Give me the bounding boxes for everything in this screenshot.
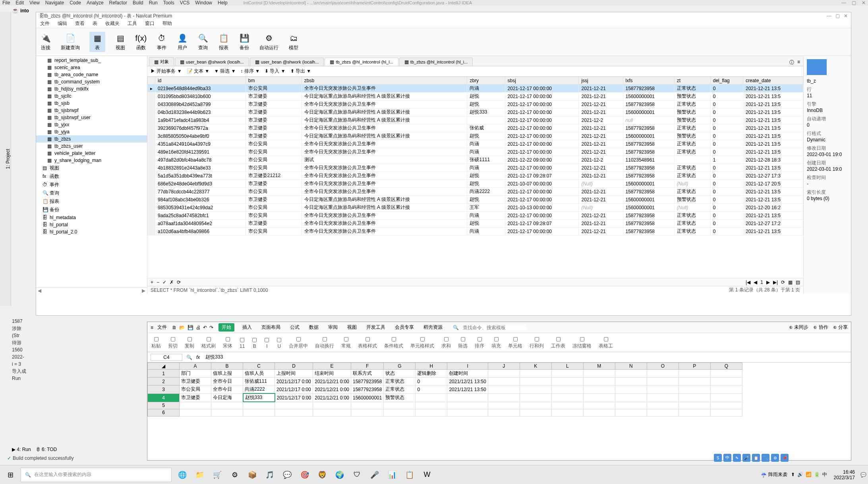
nav-menu-item[interactable]: 收藏夹	[105, 20, 120, 27]
excel-cell[interactable]: 正常状态	[384, 378, 416, 386]
tree-item-tb_command_system[interactable]: ▦tb_command_system	[36, 78, 147, 85]
excel-cell[interactable]	[313, 409, 351, 416]
excel-cell[interactable]: 2021/12/21 0:00	[313, 386, 351, 394]
tree-item-tb_sjsbrwpf_user[interactable]: ▦tb_sjsbrwpf_user	[36, 114, 147, 121]
excel-rownum[interactable]: 6	[148, 409, 180, 416]
table-cell[interactable]: 15600000001	[623, 132, 674, 140]
nav-page-btn[interactable]: ▦	[788, 280, 793, 285]
col-header-jssj[interactable]: jssj	[579, 77, 623, 85]
table-cell[interactable]: 尚涵	[467, 85, 505, 93]
table-cell[interactable]: 2021-12-21 13:5	[743, 188, 803, 196]
table-cell[interactable]: 2021-12-21	[579, 212, 623, 220]
excel-cell[interactable]: 全市今日	[211, 386, 243, 394]
excel-cell[interactable]: 2021/12/17 0:00	[275, 378, 313, 386]
excel-col-Q[interactable]: Q	[710, 363, 742, 370]
table-cell[interactable]: 预警状态	[674, 116, 710, 124]
ime-badge[interactable]: 中	[723, 454, 731, 462]
scroll-right-icon[interactable]: ▶	[142, 288, 145, 294]
table-cell[interactable]: 0	[710, 148, 743, 156]
nav-page-btn[interactable]: ▤	[796, 280, 800, 285]
table-cell[interactable]: 77db78cdccb44c228377	[155, 188, 246, 196]
ribbon-单元格样式[interactable]: ▢单元格样式	[410, 336, 434, 349]
taskbar-app[interactable]: 💬	[280, 468, 294, 482]
excel-cell[interactable]	[447, 409, 488, 416]
taskbar-app[interactable]: 🌐	[176, 468, 189, 482]
table-cell[interactable]: 2021-12-20 16:2	[743, 204, 803, 212]
ij-menu-build[interactable]: Build	[133, 0, 143, 6]
ribbon-U[interactable]: ▢U	[276, 336, 282, 349]
table-cell[interactable]: 2021-12-17 00:00:00	[505, 188, 579, 196]
excel-col-I[interactable]: I	[447, 363, 488, 370]
excel-cell[interactable]	[583, 386, 615, 394]
footer-btn[interactable]: ⟳	[177, 280, 181, 285]
nav-menu-item[interactable]: 表	[93, 20, 97, 27]
select-all-corner[interactable]: ◢	[148, 363, 180, 370]
excel-cell[interactable]: 尚涵2222	[243, 386, 275, 394]
excel-cell[interactable]: 市卫健委	[180, 393, 211, 402]
ij-menu-navigate[interactable]: Navigate	[45, 0, 64, 6]
table-cell[interactable]: 2021-12-21	[579, 100, 623, 108]
tree-item-查询[interactable]: 🔍查询	[36, 189, 147, 197]
ij-menu-window[interactable]: Window	[195, 0, 212, 6]
table-cell[interactable]: 赵悦333	[467, 108, 505, 116]
excel-cell[interactable]	[551, 393, 583, 402]
qa-btn[interactable]: 💾	[188, 325, 193, 330]
ribbontab-插入[interactable]: 插入	[241, 323, 253, 332]
excel-cell[interactable]	[211, 409, 243, 416]
table-cell[interactable]: 市卫健委	[246, 196, 302, 204]
table-cell[interactable]: 2021-12-17 20:5	[743, 180, 803, 188]
excel-cell[interactable]	[551, 378, 583, 386]
table-cell[interactable]: 0	[710, 124, 743, 132]
excel-col-G[interactable]: G	[384, 363, 416, 370]
ij-menu-code[interactable]: Code	[70, 0, 81, 6]
table-cell[interactable]: 15877923958	[623, 100, 674, 108]
nav-content-tab[interactable]: ▦tb_zbzs @hl_intcontrol (hl_i...	[399, 58, 473, 66]
table-cell[interactable]: 正常状态	[674, 100, 710, 108]
table-cell[interactable]: 2021-12-21 13:5	[743, 164, 803, 172]
ribbontab-开发工具[interactable]: 开发工具	[365, 323, 387, 332]
ribbon-求和[interactable]: ▢求和	[441, 336, 451, 349]
excel-cell[interactable]: 上报时间	[275, 370, 313, 378]
excel-cell[interactable]	[679, 393, 710, 402]
table-cell[interactable]	[674, 156, 710, 164]
vtab-project[interactable]: 1: Project	[5, 149, 11, 169]
table-cell[interactable]: 2021-12-17 00:00:00	[505, 93, 579, 100]
nav-page-btn[interactable]: ▶	[766, 280, 770, 285]
table-cell[interactable]: 赵悦	[467, 220, 505, 228]
excel-cell[interactable]: 状态	[384, 370, 416, 378]
ime-badge[interactable]: 🎤	[742, 454, 750, 462]
excel-rownum[interactable]: 5	[148, 402, 180, 409]
nav-page-btn[interactable]: ⟳	[781, 280, 785, 285]
table-cell[interactable]: 392369076dbf457f972a	[155, 124, 246, 132]
table-cell[interactable]: 2021-12-17 00:00:00	[505, 148, 579, 156]
table-cell[interactable]: 2021-12-21 13:5	[743, 124, 803, 132]
tree-item-vehicle_plate_letter[interactable]: ▦vehicle_plate_letter	[36, 150, 147, 157]
nav-content-tab[interactable]: ▦user_bean @shwork (localh...	[175, 58, 249, 66]
excel-cell[interactable]: 张佑威111	[243, 378, 275, 386]
excel-cell[interactable]	[488, 378, 520, 386]
table-cell[interactable]: 2021-10-07 00:00:00	[505, 180, 579, 188]
table-cell[interactable]: 15877923958	[623, 85, 674, 93]
table-cell[interactable]: 2021-12-17 00:00:00	[505, 108, 579, 116]
nav-menu-item[interactable]: 窗口	[145, 20, 155, 27]
ribbontab-审阅[interactable]: 审阅	[327, 323, 339, 332]
table-cell[interactable]	[467, 116, 505, 124]
table-cell[interactable]: 2021-10-13 00:00:00	[505, 204, 579, 212]
table-cell[interactable]: 2021-12-17 00:00:00	[505, 164, 579, 172]
taskbar-app[interactable]: ⚙	[228, 468, 242, 482]
table-row[interactable]: a102d6aa4bfb48a09866市公安局全市今日无突发涉旅公共卫生事件尚…	[148, 228, 803, 235]
excel-cell[interactable]	[710, 409, 742, 416]
table-cell[interactable]: null	[623, 116, 674, 124]
col-header-sbsj[interactable]: sbsj	[505, 77, 579, 85]
excel-cell[interactable]	[275, 402, 313, 409]
ribbon-自动换行[interactable]: ▢自动换行	[315, 336, 334, 349]
table-cell[interactable]: 0	[710, 116, 743, 124]
tool-事件[interactable]: ⏱ 事件	[156, 33, 167, 51]
table-cell[interactable]: a102d6aa4bfb48a09866	[155, 228, 246, 235]
ribbon-表格工[interactable]: ▢表格工	[599, 336, 613, 349]
ribbontab-视图[interactable]: 视图	[346, 323, 358, 332]
excel-cell[interactable]	[679, 402, 710, 409]
table-cell[interactable]: 市公安局	[246, 164, 302, 172]
ij-menu-refactor[interactable]: Refactor	[109, 0, 127, 6]
ij-menu-edit[interactable]: Edit	[15, 0, 24, 6]
